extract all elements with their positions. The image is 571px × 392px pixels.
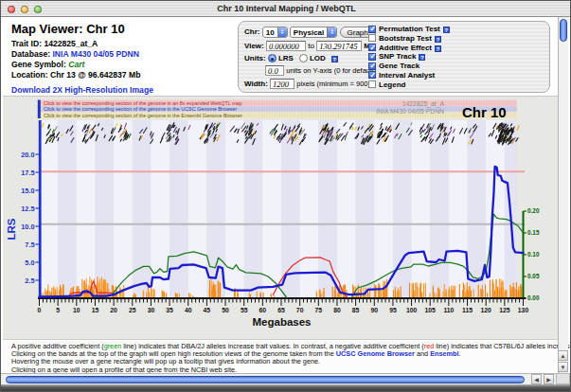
snp-bar	[105, 280, 106, 297]
chr-select[interactable]: 10▲▼	[262, 27, 288, 38]
gene-symbol-line: Gene Symbol: Cart	[11, 60, 140, 70]
snp-bar	[463, 283, 464, 297]
stripe	[244, 120, 263, 298]
checkbox-interval-analyst[interactable]: Interval Analyst	[368, 71, 450, 80]
help-icon[interactable]: ?	[435, 36, 441, 43]
view-row: View: to Mb	[244, 41, 375, 51]
snp-bar	[451, 286, 452, 297]
snp-bar	[146, 293, 147, 297]
svg-text:100: 100	[406, 307, 418, 313]
snp-bar	[478, 286, 479, 297]
database-link[interactable]: INIA M430 04/05 PDNN	[52, 49, 138, 59]
svg-text:10.0: 10.0	[21, 223, 34, 231]
yaxis-units-input[interactable]	[265, 65, 284, 76]
scroll-left-icon[interactable]: ◀	[531, 374, 542, 384]
scroll-right-icon[interactable]: ▶	[544, 374, 554, 384]
checkbox-icon[interactable]	[368, 26, 376, 33]
scrollbar-corner	[556, 373, 570, 384]
snp-bar	[471, 291, 472, 297]
width-input[interactable]	[270, 79, 294, 89]
snp-bar	[490, 290, 491, 297]
svg-text:95: 95	[389, 307, 397, 313]
svg-text:80: 80	[333, 307, 341, 313]
stripe	[356, 120, 375, 298]
stepper-arrows-icon: ▲▼	[327, 27, 336, 37]
snp-bar	[380, 285, 381, 297]
units-radio-lod[interactable]	[299, 54, 308, 62]
stripe	[430, 120, 449, 298]
scroll-up-icon[interactable]: ▲	[558, 350, 568, 361]
snp-bar	[384, 281, 385, 297]
controls-panel: Chr: 10▲▼ Physical▲▼ Graph View: to Mb U…	[238, 21, 550, 93]
scroll-down-icon[interactable]: ▼	[558, 362, 568, 372]
svg-text:Chr 10: Chr 10	[462, 104, 507, 120]
help-icon[interactable]: ?	[419, 54, 425, 61]
snp-bar	[47, 284, 48, 297]
location-value: Chr 13 @ 96.642837 Mb	[50, 70, 140, 80]
checkbox-icon[interactable]	[368, 62, 376, 70]
vertical-scrollbar-thumb[interactable]	[560, 19, 567, 42]
snp-bar	[386, 279, 387, 297]
stripe	[262, 120, 281, 298]
footer-link[interactable]: Ensembl	[430, 349, 458, 358]
snp-bar	[413, 293, 414, 297]
units-help-icon[interactable]: ?	[331, 56, 338, 62]
units-radio-lrs[interactable]	[268, 54, 277, 62]
footer-link[interactable]: UCSC Genome Browser	[336, 349, 415, 358]
trait-id-line: Trait ID: 1422825_at_A	[11, 39, 140, 49]
snp-bar	[143, 291, 144, 297]
svg-text:125: 125	[499, 307, 510, 313]
window-bottom-edge	[1, 384, 571, 392]
trait-id-value: 1422825_at_A	[44, 39, 98, 48]
snp-bar	[98, 281, 98, 297]
footer-notes: A positive additive coefficient (green l…	[3, 340, 558, 373]
checkbox-bootstrap-test[interactable]: Bootstrap Test?	[368, 34, 450, 44]
help-icon[interactable]: ?	[443, 27, 450, 33]
snp-bar	[507, 290, 508, 297]
horizontal-scrollbar[interactable]: ◀ ▶	[1, 373, 558, 384]
checkbox-icon[interactable]	[368, 34, 376, 42]
horizontal-scrollbar-thumb[interactable]	[6, 376, 525, 383]
snp-bar	[513, 287, 514, 297]
snp-bar	[455, 286, 455, 297]
gene-glyph[interactable]	[517, 125, 520, 131]
snp-bar	[497, 287, 498, 297]
checkbox-snp-track[interactable]: SNP Track?	[368, 52, 450, 62]
plot-stripes	[40, 120, 518, 298]
view-from-input[interactable]	[266, 41, 306, 51]
checkbox-permutation-test[interactable]: Permutation Test?	[368, 25, 450, 34]
stepper-arrows-icon: ▲▼	[277, 27, 287, 37]
download-hires-link[interactable]: Download 2X High-Resolution Image	[11, 85, 153, 95]
snp-bar	[192, 295, 193, 297]
gene-symbol-link[interactable]: Cart	[68, 60, 84, 69]
window-titlebar[interactable]: Chr 10 Interval Mapping / WebQTL	[1, 1, 571, 17]
checkbox-additive-effect[interactable]: Additive Effect?	[368, 44, 450, 53]
svg-text:25: 25	[129, 307, 136, 313]
view-to-input[interactable]	[316, 41, 362, 51]
snp-bar	[379, 284, 380, 297]
units-row: Units: LRSLOD?	[244, 54, 338, 62]
svg-text:115: 115	[462, 307, 473, 313]
checkbox-icon[interactable]	[368, 71, 376, 79]
svg-text:35: 35	[166, 307, 173, 313]
snp-bar	[436, 294, 437, 297]
snp-bar	[487, 293, 488, 297]
stripe	[412, 120, 431, 298]
checkbox-icon[interactable]	[368, 53, 376, 61]
map-type-select[interactable]: Physical▲▼	[290, 27, 337, 38]
snp-bar	[190, 294, 191, 297]
checkbox-icon[interactable]	[368, 44, 376, 51]
svg-text:7.5: 7.5	[25, 241, 34, 249]
checkbox-icon[interactable]	[368, 80, 376, 88]
help-icon[interactable]: ?	[435, 45, 441, 52]
svg-text:130: 130	[518, 307, 529, 313]
checkbox-label: Interval Analyst	[379, 71, 435, 80]
snp-bar	[423, 283, 424, 297]
snp-bar	[467, 282, 468, 297]
vertical-scrollbar[interactable]: ▲ ▼	[558, 17, 568, 373]
svg-text:LRS: LRS	[6, 218, 17, 240]
svg-text:85: 85	[352, 307, 360, 313]
stripe	[77, 120, 96, 298]
checkbox-legend[interactable]: Legend	[368, 80, 450, 90]
checkbox-gene-track[interactable]: Gene Track	[368, 62, 450, 71]
